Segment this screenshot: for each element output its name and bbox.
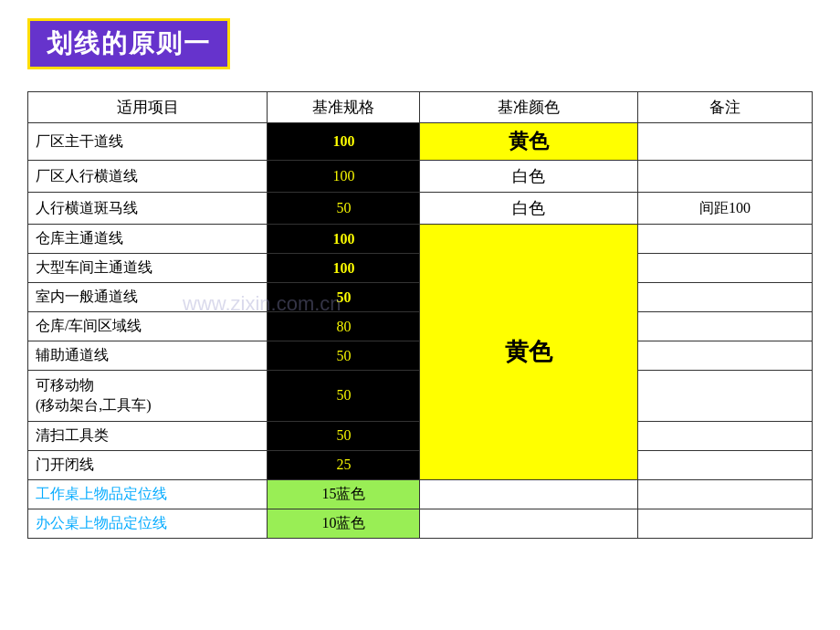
cell-note bbox=[638, 341, 813, 371]
cell-color: 白色 bbox=[420, 161, 638, 193]
table-row: 仓库主通道线 100 黄色 bbox=[28, 225, 813, 254]
cell-spec: 50 bbox=[268, 283, 420, 312]
cell-item: 清扫工具类 bbox=[28, 421, 268, 450]
cell-spec: 100 bbox=[268, 123, 420, 161]
cell-note bbox=[638, 161, 813, 193]
header-item: 适用项目 bbox=[28, 92, 268, 123]
cell-item: 办公桌上物品定位线 bbox=[28, 509, 268, 538]
cell-spec: 100 bbox=[268, 161, 420, 193]
title-box: 划线的原则一 bbox=[27, 18, 230, 69]
table-header-row: 适用项目 基准规格 基准颜色 备注 bbox=[28, 92, 813, 123]
table-row: 工作桌上物品定位线 15蓝色 bbox=[28, 479, 813, 509]
cell-spec: 100 bbox=[268, 254, 420, 283]
cell-item: 仓库主通道线 bbox=[28, 225, 268, 254]
cell-color bbox=[420, 479, 638, 509]
cell-color bbox=[420, 509, 638, 538]
cell-spec: 80 bbox=[268, 312, 420, 341]
header-spec: 基准规格 bbox=[268, 92, 420, 123]
cell-item: 辅助通道线 bbox=[28, 341, 268, 371]
cell-item: 厂区人行横道线 bbox=[28, 161, 268, 193]
cell-item: 工作桌上物品定位线 bbox=[28, 479, 268, 509]
page-title: 划线的原则一 bbox=[47, 29, 211, 58]
cell-note bbox=[638, 509, 813, 538]
cell-item: 大型车间主通道线 bbox=[28, 254, 268, 283]
cell-note bbox=[638, 421, 813, 450]
cell-note bbox=[638, 479, 813, 509]
cell-spec: 50 bbox=[268, 421, 420, 450]
cell-note bbox=[638, 283, 813, 312]
cell-note bbox=[638, 450, 813, 479]
cell-item: 人行横道斑马线 bbox=[28, 193, 268, 225]
cell-item: 室内一般通道线 bbox=[28, 283, 268, 312]
cell-note bbox=[638, 371, 813, 422]
cell-note bbox=[638, 123, 813, 161]
cell-color-rowspan: 黄色 bbox=[420, 225, 638, 480]
cell-item: 门开闭线 bbox=[28, 450, 268, 479]
main-table: 适用项目 基准规格 基准颜色 备注 厂区主干道线 100 黄色 厂区人行横道线 … bbox=[27, 91, 813, 539]
table-row: 人行横道斑马线 50 白色 间距100 bbox=[28, 193, 813, 225]
cell-item: 可移动物(移动架台,工具车) bbox=[28, 371, 268, 422]
cell-note bbox=[638, 312, 813, 341]
cell-color: 白色 bbox=[420, 193, 638, 225]
cell-spec: 50 bbox=[268, 341, 420, 371]
header-color: 基准颜色 bbox=[420, 92, 638, 123]
cell-item: 仓库/车间区域线 bbox=[28, 312, 268, 341]
cell-item: 厂区主干道线 bbox=[28, 123, 268, 161]
cell-spec: 100 bbox=[268, 225, 420, 254]
table-row: 厂区人行横道线 100 白色 bbox=[28, 161, 813, 193]
cell-note: 间距100 bbox=[638, 193, 813, 225]
cell-note bbox=[638, 254, 813, 283]
page-container: 划线的原则一 www.zixin.com.cn 适用项目 基准规格 基准颜色 备… bbox=[0, 0, 840, 630]
cell-spec: 50 bbox=[268, 371, 420, 422]
cell-spec: 10蓝色 bbox=[268, 509, 420, 538]
cell-spec: 15蓝色 bbox=[268, 479, 420, 509]
cell-note bbox=[638, 225, 813, 254]
header-note: 备注 bbox=[638, 92, 813, 123]
cell-color: 黄色 bbox=[420, 123, 638, 161]
cell-spec: 50 bbox=[268, 193, 420, 225]
table-row: 厂区主干道线 100 黄色 bbox=[28, 123, 813, 161]
cell-spec: 25 bbox=[268, 450, 420, 479]
table-row: 办公桌上物品定位线 10蓝色 bbox=[28, 509, 813, 538]
